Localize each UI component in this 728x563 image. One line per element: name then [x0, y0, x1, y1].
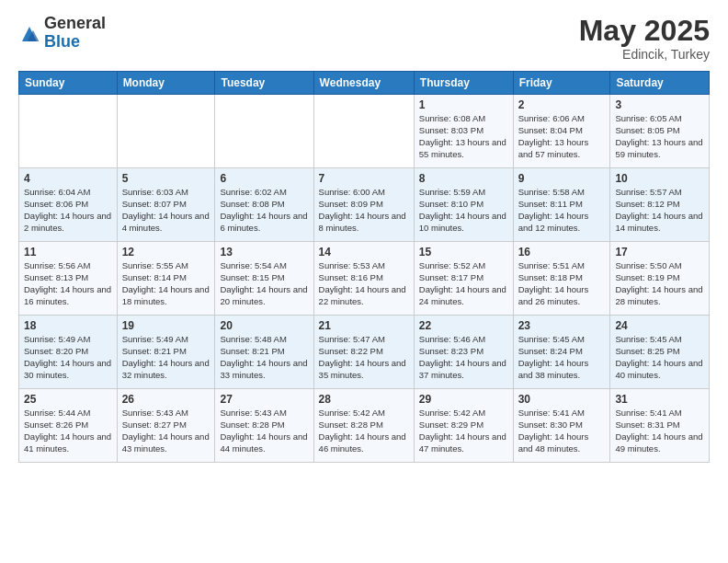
header-row: Sunday Monday Tuesday Wednesday Thursday…: [19, 72, 710, 95]
day-info-26: Sunrise: 5:43 AM Sunset: 8:27 PM Dayligh…: [122, 408, 210, 454]
day-info-3: Sunrise: 6:05 AM Sunset: 8:05 PM Dayligh…: [615, 113, 704, 160]
cell-3-1: 19Sunrise: 5:49 AM Sunset: 8:21 PM Dayli…: [117, 316, 215, 389]
cell-3-2: 20Sunrise: 5:48 AM Sunset: 8:21 PM Dayli…: [215, 316, 313, 389]
day-info-16: Sunrise: 5:51 AM Sunset: 8:18 PM Dayligh…: [518, 260, 606, 307]
cell-2-5: 16Sunrise: 5:51 AM Sunset: 8:18 PM Dayli…: [513, 242, 610, 316]
day-number-23: 23: [518, 319, 606, 332]
header-thursday: Thursday: [414, 72, 513, 95]
day-number-20: 20: [220, 319, 308, 332]
calendar-table: Sunday Monday Tuesday Wednesday Thursday…: [18, 71, 710, 463]
day-info-27: Sunrise: 5:43 AM Sunset: 8:28 PM Dayligh…: [220, 408, 308, 454]
cell-4-0: 25Sunrise: 5:44 AM Sunset: 8:26 PM Dayli…: [19, 389, 118, 463]
day-number-8: 8: [419, 172, 508, 185]
header-saturday: Saturday: [610, 72, 710, 95]
day-info-23: Sunrise: 5:45 AM Sunset: 8:24 PM Dayligh…: [518, 334, 606, 381]
day-info-14: Sunrise: 5:53 AM Sunset: 8:16 PM Dayligh…: [319, 260, 409, 307]
day-number-16: 16: [518, 246, 606, 259]
month-title: May 2025: [579, 15, 710, 47]
day-info-18: Sunrise: 5:49 AM Sunset: 8:20 PM Dayligh…: [24, 334, 112, 381]
title-block: May 2025 Edincik, Turkey: [579, 15, 710, 62]
week-row-1: 1Sunrise: 6:08 AM Sunset: 8:03 PM Daylig…: [19, 95, 710, 168]
day-number-4: 4: [24, 172, 112, 185]
cell-0-3: [313, 95, 414, 168]
cell-3-6: 24Sunrise: 5:45 AM Sunset: 8:25 PM Dayli…: [610, 316, 710, 389]
cell-2-0: 11Sunrise: 5:56 AM Sunset: 8:13 PM Dayli…: [19, 242, 118, 316]
day-number-14: 14: [319, 246, 409, 259]
day-info-24: Sunrise: 5:45 AM Sunset: 8:25 PM Dayligh…: [615, 334, 704, 381]
logo-blue: Blue: [44, 33, 106, 52]
day-number-10: 10: [615, 172, 704, 185]
day-info-31: Sunrise: 5:41 AM Sunset: 8:31 PM Dayligh…: [615, 408, 704, 454]
cell-3-4: 22Sunrise: 5:46 AM Sunset: 8:23 PM Dayli…: [414, 316, 513, 389]
cell-0-2: [215, 95, 313, 168]
day-number-31: 31: [615, 393, 704, 406]
day-info-11: Sunrise: 5:56 AM Sunset: 8:13 PM Dayligh…: [24, 260, 112, 307]
cell-0-0: [19, 95, 118, 168]
day-number-18: 18: [24, 319, 112, 332]
day-info-6: Sunrise: 6:02 AM Sunset: 8:08 PM Dayligh…: [220, 187, 308, 234]
day-number-17: 17: [615, 246, 704, 259]
day-info-22: Sunrise: 5:46 AM Sunset: 8:23 PM Dayligh…: [419, 334, 508, 381]
day-info-13: Sunrise: 5:54 AM Sunset: 8:15 PM Dayligh…: [220, 260, 308, 307]
day-number-28: 28: [319, 393, 409, 406]
day-info-1: Sunrise: 6:08 AM Sunset: 8:03 PM Dayligh…: [419, 113, 508, 160]
week-row-5: 25Sunrise: 5:44 AM Sunset: 8:26 PM Dayli…: [19, 389, 710, 463]
cell-1-0: 4Sunrise: 6:04 AM Sunset: 8:06 PM Daylig…: [19, 168, 118, 242]
day-number-15: 15: [419, 246, 508, 259]
cell-4-5: 30Sunrise: 5:41 AM Sunset: 8:30 PM Dayli…: [513, 389, 610, 463]
cell-4-3: 28Sunrise: 5:42 AM Sunset: 8:28 PM Dayli…: [313, 389, 414, 463]
day-info-2: Sunrise: 6:06 AM Sunset: 8:04 PM Dayligh…: [518, 113, 606, 160]
day-number-13: 13: [220, 246, 308, 259]
day-number-25: 25: [24, 393, 112, 406]
cell-0-5: 2Sunrise: 6:06 AM Sunset: 8:04 PM Daylig…: [513, 95, 610, 168]
cell-3-3: 21Sunrise: 5:47 AM Sunset: 8:22 PM Dayli…: [313, 316, 414, 389]
header-friday: Friday: [513, 72, 610, 95]
day-number-7: 7: [319, 172, 409, 185]
day-info-29: Sunrise: 5:42 AM Sunset: 8:29 PM Dayligh…: [419, 408, 508, 454]
logo-icon: [18, 23, 40, 45]
week-row-2: 4Sunrise: 6:04 AM Sunset: 8:06 PM Daylig…: [19, 168, 710, 242]
day-info-5: Sunrise: 6:03 AM Sunset: 8:07 PM Dayligh…: [122, 187, 210, 234]
header-wednesday: Wednesday: [313, 72, 414, 95]
day-info-7: Sunrise: 6:00 AM Sunset: 8:09 PM Dayligh…: [319, 187, 409, 234]
day-info-21: Sunrise: 5:47 AM Sunset: 8:22 PM Dayligh…: [319, 334, 409, 381]
header: General Blue May 2025 Edincik, Turkey: [18, 15, 710, 62]
day-number-26: 26: [122, 393, 210, 406]
cell-3-0: 18Sunrise: 5:49 AM Sunset: 8:20 PM Dayli…: [19, 316, 118, 389]
day-info-15: Sunrise: 5:52 AM Sunset: 8:17 PM Dayligh…: [419, 260, 508, 307]
day-info-4: Sunrise: 6:04 AM Sunset: 8:06 PM Dayligh…: [24, 187, 112, 234]
cell-1-4: 8Sunrise: 5:59 AM Sunset: 8:10 PM Daylig…: [414, 168, 513, 242]
day-number-11: 11: [24, 246, 112, 259]
day-info-30: Sunrise: 5:41 AM Sunset: 8:30 PM Dayligh…: [518, 408, 606, 454]
day-info-12: Sunrise: 5:55 AM Sunset: 8:14 PM Dayligh…: [122, 260, 210, 307]
cell-1-5: 9Sunrise: 5:58 AM Sunset: 8:11 PM Daylig…: [513, 168, 610, 242]
logo: General Blue: [18, 15, 106, 52]
day-number-3: 3: [615, 98, 704, 111]
cell-4-6: 31Sunrise: 5:41 AM Sunset: 8:31 PM Dayli…: [610, 389, 710, 463]
location-subtitle: Edincik, Turkey: [579, 47, 710, 62]
logo-general: General: [44, 15, 106, 33]
day-number-21: 21: [319, 319, 409, 332]
header-tuesday: Tuesday: [215, 72, 313, 95]
cell-2-4: 15Sunrise: 5:52 AM Sunset: 8:17 PM Dayli…: [414, 242, 513, 316]
day-info-20: Sunrise: 5:48 AM Sunset: 8:21 PM Dayligh…: [220, 334, 308, 381]
day-number-6: 6: [220, 172, 308, 185]
day-info-8: Sunrise: 5:59 AM Sunset: 8:10 PM Dayligh…: [419, 187, 508, 234]
calendar-header: Sunday Monday Tuesday Wednesday Thursday…: [19, 72, 710, 95]
cell-0-4: 1Sunrise: 6:08 AM Sunset: 8:03 PM Daylig…: [414, 95, 513, 168]
cell-1-2: 6Sunrise: 6:02 AM Sunset: 8:08 PM Daylig…: [215, 168, 313, 242]
cell-0-1: [117, 95, 215, 168]
day-number-22: 22: [419, 319, 508, 332]
day-number-1: 1: [419, 98, 508, 111]
day-number-12: 12: [122, 246, 210, 259]
cell-4-4: 29Sunrise: 5:42 AM Sunset: 8:29 PM Dayli…: [414, 389, 513, 463]
cell-1-3: 7Sunrise: 6:00 AM Sunset: 8:09 PM Daylig…: [313, 168, 414, 242]
day-number-2: 2: [518, 98, 606, 111]
header-monday: Monday: [117, 72, 215, 95]
page: General Blue May 2025 Edincik, Turkey Su…: [0, 0, 728, 563]
cell-4-2: 27Sunrise: 5:43 AM Sunset: 8:28 PM Dayli…: [215, 389, 313, 463]
day-number-9: 9: [518, 172, 606, 185]
week-row-4: 18Sunrise: 5:49 AM Sunset: 8:20 PM Dayli…: [19, 316, 710, 389]
day-number-30: 30: [518, 393, 606, 406]
cell-3-5: 23Sunrise: 5:45 AM Sunset: 8:24 PM Dayli…: [513, 316, 610, 389]
